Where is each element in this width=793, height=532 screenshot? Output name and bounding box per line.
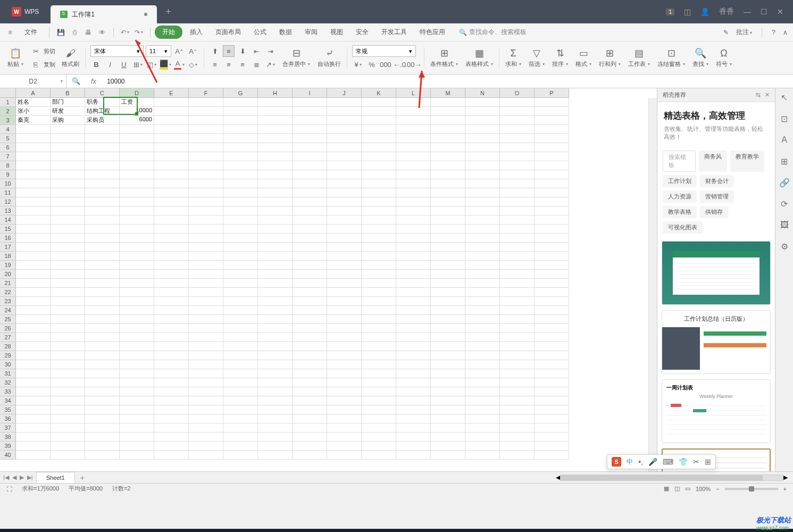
freeze-button[interactable]: 冻结窗格 [657, 60, 685, 68]
row-header-16[interactable]: 16 [0, 234, 16, 243]
cell-H2[interactable] [258, 107, 293, 116]
indent-increase-icon[interactable]: ⇥ [264, 45, 276, 57]
scroll-right-icon[interactable]: ▶ [783, 474, 788, 481]
cell-B17[interactable] [51, 243, 85, 252]
cell-B38[interactable] [51, 433, 85, 442]
user-name[interactable]: 香香 [719, 7, 734, 16]
fx-icon[interactable]: fx [86, 77, 102, 85]
cell-B7[interactable] [51, 152, 85, 161]
cell-B10[interactable] [51, 179, 85, 188]
cell-D24[interactable] [120, 306, 154, 315]
row-header-26[interactable]: 26 [0, 324, 16, 333]
cell-K9[interactable] [362, 170, 396, 179]
cell-I19[interactable] [293, 261, 327, 270]
cell-G19[interactable] [223, 261, 258, 270]
cell-N4[interactable] [465, 125, 500, 134]
row-header-5[interactable]: 5 [0, 134, 16, 143]
cell-C6[interactable] [85, 143, 120, 152]
cell-N15[interactable] [465, 225, 500, 234]
menu-icon[interactable]: ≡ [5, 28, 15, 37]
cell-H33[interactable] [258, 387, 293, 396]
cell-H32[interactable] [258, 378, 293, 387]
cell-P29[interactable] [535, 351, 569, 360]
cell-E33[interactable] [154, 387, 189, 396]
cell-K21[interactable] [362, 279, 396, 288]
cell-I37[interactable] [293, 423, 327, 433]
cell-O21[interactable] [500, 279, 535, 288]
cell-K13[interactable] [362, 206, 396, 215]
cell-K22[interactable] [362, 288, 396, 297]
ime-mic-icon[interactable]: 🎤 [648, 458, 657, 466]
indent-decrease-icon[interactable]: ⇤ [251, 45, 262, 57]
cell-C22[interactable] [85, 288, 120, 297]
cell-A31[interactable] [16, 369, 51, 378]
cell-C35[interactable] [85, 405, 120, 414]
cell-J39[interactable] [327, 442, 362, 451]
cell-G1[interactable] [223, 98, 258, 107]
cell-L16[interactable] [396, 234, 431, 243]
cell-P14[interactable] [535, 215, 569, 225]
tag-finance[interactable]: 财务会计 [700, 175, 734, 187]
cell-H9[interactable] [258, 170, 293, 179]
sheet-next-icon[interactable]: ▶ [20, 474, 24, 481]
cell-O35[interactable] [500, 405, 535, 414]
cell-G21[interactable] [223, 279, 258, 288]
cell-N24[interactable] [465, 306, 500, 315]
cell-E2[interactable] [154, 107, 189, 116]
cell-J11[interactable] [327, 188, 362, 197]
cell-L4[interactable] [396, 125, 431, 134]
cell-E4[interactable] [154, 125, 189, 134]
collapse-ribbon-icon[interactable]: ∧ [783, 29, 788, 36]
cell-D23[interactable] [120, 297, 154, 306]
cell-C11[interactable] [85, 188, 120, 197]
cell-I5[interactable] [293, 134, 327, 143]
cell-O28[interactable] [500, 342, 535, 351]
col-header-E[interactable]: E [154, 88, 189, 98]
cell-O29[interactable] [500, 351, 535, 360]
cell-P39[interactable] [535, 442, 569, 451]
row-header-9[interactable]: 9 [0, 170, 16, 179]
minimize-icon[interactable]: — [744, 7, 751, 16]
cell-E32[interactable] [154, 378, 189, 387]
worksheet-button[interactable]: 工作表 [628, 60, 650, 68]
cell-F35[interactable] [189, 405, 223, 414]
cell-D9[interactable] [120, 170, 154, 179]
close-icon[interactable]: ✕ [777, 7, 783, 16]
view-normal-icon[interactable]: ▦ [664, 485, 669, 492]
cell-G27[interactable] [223, 333, 258, 342]
cell-D28[interactable] [120, 342, 154, 351]
cell-M1[interactable] [431, 98, 465, 107]
cell-O13[interactable] [500, 206, 535, 215]
cell-L32[interactable] [396, 378, 431, 387]
cell-J37[interactable] [327, 423, 362, 433]
cell-I39[interactable] [293, 442, 327, 451]
cell-D21[interactable] [120, 279, 154, 288]
cell-F25[interactable] [189, 315, 223, 324]
cell-F3[interactable] [189, 116, 223, 125]
cell-A35[interactable] [16, 405, 51, 414]
row-header-17[interactable]: 17 [0, 243, 16, 252]
row-header-39[interactable]: 39 [0, 442, 16, 451]
cell-M5[interactable] [431, 134, 465, 143]
cell-F13[interactable] [189, 206, 223, 215]
cell-K29[interactable] [362, 351, 396, 360]
cell-C38[interactable] [85, 433, 120, 442]
cell-B16[interactable] [51, 234, 85, 243]
cell-B32[interactable] [51, 378, 85, 387]
col-header-N[interactable]: N [465, 88, 500, 98]
cell-F20[interactable] [189, 270, 223, 279]
border-icon[interactable]: ⊞ [132, 59, 144, 70]
cell-G35[interactable] [223, 405, 258, 414]
cell-N14[interactable] [465, 215, 500, 225]
cell-I34[interactable] [293, 396, 327, 405]
cell-H13[interactable] [258, 206, 293, 215]
cell-C21[interactable] [85, 279, 120, 288]
cell-K12[interactable] [362, 197, 396, 206]
scroll-left-icon[interactable]: ◀ [556, 474, 560, 481]
cell-M3[interactable] [431, 116, 465, 125]
cell-F32[interactable] [189, 378, 223, 387]
row-header-38[interactable]: 38 [0, 433, 16, 442]
property-icon[interactable]: A [779, 134, 790, 146]
cell-M2[interactable] [431, 107, 465, 116]
cell-H19[interactable] [258, 261, 293, 270]
